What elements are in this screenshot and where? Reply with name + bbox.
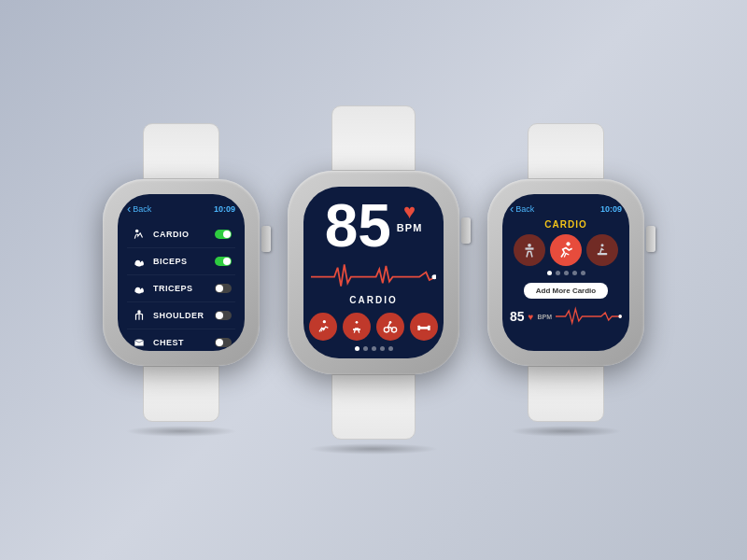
bpm-display: 85 ♥ BPM <box>325 196 423 256</box>
watch-3: Back 10:09 CARDIO <box>487 123 644 437</box>
w3-dot-5 <box>581 271 585 275</box>
watch-3-body: Back 10:09 CARDIO <box>487 179 644 366</box>
svg-point-12 <box>528 244 531 247</box>
watch-1-header: Back 10:09 <box>127 202 235 216</box>
watch-1-back-button[interactable]: Back <box>127 202 151 216</box>
menu-item-triceps[interactable]: TRICEPS <box>127 275 235 302</box>
screen2-dots <box>355 346 393 351</box>
cardio-label: CARDIO <box>153 230 215 239</box>
triceps-label: TRICEPS <box>153 284 215 293</box>
watch-3-title: CARDIO <box>510 219 622 230</box>
shoulder-label: SHOULDER <box>153 311 215 320</box>
add-more-cardio-button[interactable]: Add More Cardio <box>524 283 608 299</box>
dot-4 <box>380 346 385 351</box>
bpm-small-row: 85 ♥ BPM <box>510 302 622 329</box>
svg-point-6 <box>384 328 388 332</box>
menu-item-chest[interactable]: CHEST <box>127 329 235 351</box>
cardio-toggle[interactable] <box>215 230 232 239</box>
watch-3-back-label: Back <box>515 204 534 214</box>
w3-dot-2 <box>556 271 560 275</box>
chest-toggle[interactable] <box>215 338 232 347</box>
watch-1-back-label: Back <box>133 204 151 214</box>
watch-3-shadow <box>510 426 622 437</box>
triceps-toggle[interactable] <box>215 284 232 293</box>
svg-point-4 <box>356 321 359 324</box>
watch-3-dots <box>510 271 622 275</box>
shoulder-icon <box>131 307 148 324</box>
activity-icon-weights[interactable] <box>514 234 545 266</box>
activity-icons-row <box>510 234 622 266</box>
watch-3-band-top <box>528 123 604 179</box>
menu-item-biceps[interactable]: BICEPS <box>127 248 235 275</box>
watch-2-screen: 85 ♥ BPM CARDIO <box>303 187 444 358</box>
heart-icon-big: ♥ <box>403 202 416 222</box>
watch-2: 85 ♥ BPM CARDIO <box>288 105 459 455</box>
cardio-icon-run[interactable] <box>309 313 337 341</box>
cardio-icon <box>131 226 148 243</box>
watches-container: Back 10:09 CARDIO <box>103 105 644 455</box>
biceps-toggle[interactable] <box>215 257 232 266</box>
svg-rect-15 <box>598 253 608 255</box>
shoulder-toggle[interactable] <box>215 311 232 320</box>
triceps-icon <box>131 280 148 297</box>
screen2-section-label: CARDIO <box>349 295 397 305</box>
watch-3-header: Back 10:09 <box>510 202 622 216</box>
svg-point-13 <box>566 242 570 245</box>
watch-3-screen: Back 10:09 CARDIO <box>502 194 629 351</box>
chest-label: CHEST <box>153 338 215 347</box>
watch-1-body: Back 10:09 CARDIO <box>103 179 260 366</box>
bpm-right: ♥ BPM <box>397 196 422 233</box>
bpm-number: 85 <box>325 196 391 256</box>
svg-point-3 <box>323 320 326 323</box>
watch-3-back-button[interactable]: Back <box>510 202 534 216</box>
svg-point-8 <box>389 321 392 324</box>
watch-2-shadow <box>308 443 439 455</box>
dot-1 <box>355 346 359 351</box>
svg-rect-9 <box>417 326 420 330</box>
svg-rect-10 <box>428 326 430 330</box>
watch-1-band-top <box>143 123 219 179</box>
biceps-label: BICEPS <box>153 257 215 266</box>
svg-rect-11 <box>420 327 428 329</box>
w3-dot-3 <box>564 271 569 275</box>
watch-2-band-top <box>331 105 416 171</box>
menu-item-cardio[interactable]: CARDIO <box>127 221 235 248</box>
w3-dot-4 <box>572 271 577 275</box>
dot-5 <box>388 346 393 351</box>
cardio-icon-treadmill[interactable] <box>343 313 371 341</box>
biceps-icon <box>131 253 148 270</box>
watch-1-time: 10:09 <box>214 204 235 214</box>
dot-2 <box>363 346 368 351</box>
w3-dot-1 <box>547 271 552 275</box>
heart-small-icon: ♥ <box>529 312 534 322</box>
svg-point-16 <box>618 315 622 318</box>
cardio-icons-row <box>309 313 438 341</box>
watch-3-time: 10:09 <box>600 204 622 214</box>
bpm-small-number: 85 <box>510 309 525 324</box>
ecg-line <box>311 261 436 289</box>
watch-2-band-bottom <box>331 374 416 440</box>
bpm-small-unit: BPM <box>538 314 553 320</box>
watch-1-shadow <box>125 426 237 437</box>
svg-point-0 <box>135 230 139 233</box>
activity-icon-treadmill[interactable] <box>586 234 618 266</box>
svg-point-14 <box>601 244 604 246</box>
activity-icon-run-selected[interactable] <box>550 234 582 266</box>
watch-2-body: 85 ♥ BPM CARDIO <box>288 171 459 374</box>
chest-icon <box>131 334 148 351</box>
ecg-small-line <box>556 306 622 327</box>
watch-3-band-bottom <box>528 366 604 422</box>
svg-rect-5 <box>353 329 360 330</box>
watch-1: Back 10:09 CARDIO <box>103 123 260 437</box>
watch-1-screen: Back 10:09 CARDIO <box>118 194 245 351</box>
cardio-icon-cycle[interactable] <box>376 313 404 341</box>
bpm-unit: BPM <box>397 222 422 233</box>
dot-3 <box>372 346 376 351</box>
watch-1-band-bottom <box>143 366 219 422</box>
menu-item-shoulder[interactable]: SHOULDER <box>127 302 235 329</box>
cardio-icon-weights[interactable] <box>410 313 438 341</box>
